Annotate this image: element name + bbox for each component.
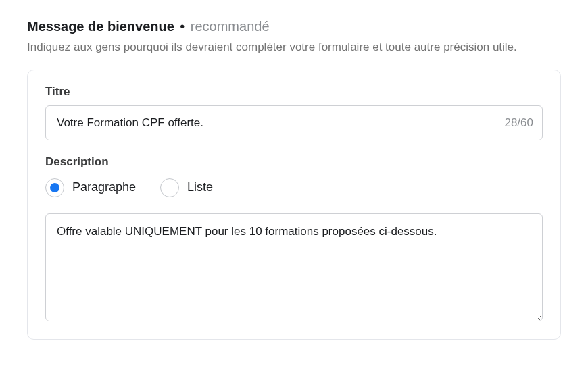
radio-label-paragraph: Paragraphe [72, 180, 136, 194]
title-input-wrap: 28/60 [45, 105, 543, 140]
radio-label-list: Liste [187, 180, 213, 194]
section-subtitle: Indiquez aux gens pourquoi ils devraient… [27, 38, 561, 56]
radio-circle-icon [45, 178, 64, 197]
welcome-message-card: Titre 28/60 Description Paragraphe Liste… [27, 70, 561, 340]
description-textarea[interactable]: Offre valable UNIQUEMENT pour les 10 for… [45, 213, 543, 321]
section-header: Message de bienvenue • recommandé [27, 19, 561, 34]
section-tag: recommandé [191, 19, 270, 34]
radio-option-list[interactable]: Liste [160, 178, 213, 197]
description-type-radio-group: Paragraphe Liste [45, 178, 543, 197]
radio-option-paragraph[interactable]: Paragraphe [45, 178, 136, 197]
radio-dot-icon [50, 183, 59, 192]
title-label: Titre [45, 85, 543, 99]
section-title: Message de bienvenue [27, 19, 174, 34]
section-bullet: • [180, 19, 185, 34]
title-input[interactable] [45, 105, 543, 140]
description-label: Description [45, 155, 543, 169]
radio-circle-icon [160, 178, 179, 197]
